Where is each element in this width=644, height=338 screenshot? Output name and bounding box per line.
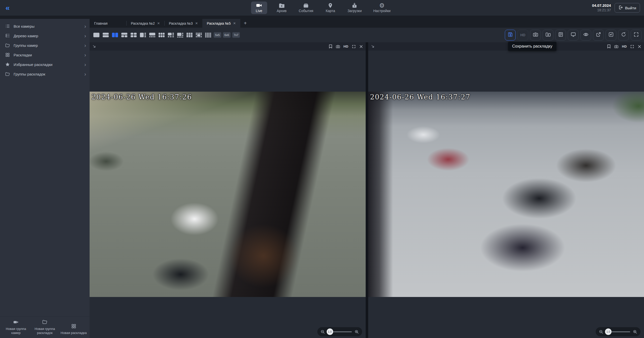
layout-4x4-button[interactable] bbox=[204, 32, 212, 38]
nav-map[interactable]: Карта bbox=[322, 2, 338, 14]
sidebar: Все камеры › Дерево камер › Группы камер… bbox=[0, 19, 90, 338]
export-icon bbox=[596, 32, 601, 38]
sidebar-item-label: Раскладки bbox=[14, 53, 81, 57]
sidebar-item-all-cameras[interactable]: Все камеры › bbox=[0, 21, 90, 31]
panel-close-icon[interactable] bbox=[637, 45, 641, 49]
tab-layout-5[interactable]: Раскладка №5 × bbox=[202, 19, 240, 28]
camera-panel-1: HD 2024-06-26 Wed 16:37:26 1.0 bbox=[90, 42, 366, 338]
sidebar-item-favorite-layouts[interactable]: Избранные раскладки › bbox=[0, 60, 90, 69]
journal-button[interactable] bbox=[555, 30, 566, 41]
collapse-sidebar-icon[interactable]: « bbox=[0, 0, 15, 15]
add-tab-button[interactable]: + bbox=[240, 19, 250, 28]
archive-icon bbox=[279, 3, 285, 8]
new-camera-group-button[interactable]: Новая группа камер bbox=[2, 320, 30, 335]
layout-2x2-button[interactable] bbox=[130, 32, 137, 38]
export-button[interactable] bbox=[593, 30, 604, 41]
tab-close-icon[interactable]: × bbox=[195, 21, 198, 25]
sidebar-footer: Новая группа камер Новая группа раскладо… bbox=[0, 316, 90, 338]
resize-diagonal-icon[interactable] bbox=[92, 44, 96, 49]
logout-label: Выйти bbox=[625, 6, 636, 10]
chevron-right-icon: › bbox=[84, 33, 86, 38]
nav-label: Архив bbox=[277, 9, 286, 13]
layout-1-button[interactable] bbox=[93, 32, 100, 38]
layout-5x5-button[interactable]: 5x5 bbox=[214, 32, 221, 38]
panel-fullscreen-icon[interactable] bbox=[352, 45, 356, 49]
layout-2-rows-button[interactable] bbox=[102, 32, 109, 38]
layout-center-big-button[interactable] bbox=[195, 32, 203, 38]
sidebar-item-layouts[interactable]: Раскладки › bbox=[0, 50, 90, 60]
screenshot-button[interactable] bbox=[530, 30, 541, 41]
tab-layout-3[interactable]: Раскладка №3 × bbox=[164, 19, 202, 28]
layout-3x2-button[interactable] bbox=[158, 32, 165, 38]
logout-button[interactable]: Выйти bbox=[615, 3, 640, 13]
hd-toggle[interactable]: HD bbox=[344, 45, 349, 48]
sidebar-item-camera-groups[interactable]: Группы камер › bbox=[0, 41, 90, 50]
panel-close-icon[interactable] bbox=[359, 45, 363, 49]
layout-2-cols-button[interactable] bbox=[111, 32, 119, 38]
collapse-view-button[interactable] bbox=[605, 30, 616, 41]
layout-big-corner-7-button[interactable] bbox=[176, 32, 184, 38]
camera-panel-body: 2024-06-26 Wed 16:37:26 1.0 bbox=[90, 51, 366, 338]
chevron-right-icon: › bbox=[84, 71, 86, 77]
refresh-button[interactable] bbox=[618, 30, 629, 41]
snapshot-icon[interactable] bbox=[614, 45, 619, 49]
video-zoom-control: 1.0 bbox=[317, 327, 362, 336]
zoom-out-icon[interactable] bbox=[599, 329, 603, 334]
snapshot-icon[interactable] bbox=[336, 45, 340, 49]
sidebar-item-label: Все камеры bbox=[14, 24, 81, 28]
tab-close-icon[interactable]: × bbox=[157, 21, 160, 25]
camera-video-courtyard[interactable]: 2024-06-26 Wed 16:37:26 bbox=[90, 92, 366, 297]
nav-events[interactable]: События bbox=[296, 2, 316, 14]
new-layout-button[interactable]: Новая раскладка bbox=[60, 323, 88, 335]
hd-quality-button[interactable]: HD bbox=[517, 30, 528, 41]
panel-fullscreen-icon[interactable] bbox=[630, 45, 634, 49]
camera-video-parking[interactable]: 2024-06-26 Wed 16:37:27 bbox=[368, 92, 644, 297]
tab-layout-2[interactable]: Раскладка №2 × bbox=[126, 19, 164, 28]
nav-live[interactable]: Live bbox=[251, 2, 267, 14]
tab-home[interactable]: Главная bbox=[90, 19, 126, 28]
nav-downloads[interactable]: Загрузки bbox=[345, 2, 364, 14]
display-button[interactable] bbox=[568, 30, 579, 41]
hd-toggle[interactable]: HD bbox=[622, 45, 627, 48]
zoom-in-icon[interactable] bbox=[633, 329, 637, 334]
zoom-slider[interactable]: 1.0 bbox=[606, 331, 630, 332]
bookmark-icon[interactable] bbox=[329, 44, 332, 49]
sidebar-item-layout-groups[interactable]: Группы раскладок › bbox=[0, 69, 90, 79]
resize-diagonal-icon[interactable] bbox=[371, 44, 375, 49]
new-layout-group-button[interactable]: Новая группа раскладок bbox=[31, 319, 59, 335]
nav-archive[interactable]: Архив bbox=[274, 2, 290, 14]
nav-settings[interactable]: ⚙ Настройки bbox=[371, 2, 393, 14]
panel-header-actions: HD bbox=[329, 44, 363, 49]
zoom-slider-handle[interactable]: 1.0 bbox=[327, 328, 333, 335]
vms-app-window: « Live Архив События bbox=[0, 0, 644, 338]
archive-view-button[interactable] bbox=[543, 30, 553, 41]
layout-6x6-button[interactable]: 6x6 bbox=[223, 32, 231, 38]
layout-1-plus-4-button[interactable] bbox=[148, 32, 156, 38]
camera-timestamp-overlay: 2024-06-26 Wed 16:37:26 bbox=[92, 93, 192, 101]
bookmark-icon[interactable] bbox=[607, 44, 611, 49]
sidebar-item-camera-tree[interactable]: Дерево камер › bbox=[0, 31, 90, 41]
zoom-out-icon[interactable] bbox=[320, 329, 325, 334]
layout-big-left-button[interactable] bbox=[139, 32, 147, 38]
layout-7x7-button[interactable]: 7x7 bbox=[232, 32, 240, 38]
camera-groups-folder-icon bbox=[5, 43, 11, 48]
sidebar-item-label: Группы камер bbox=[14, 43, 81, 48]
layout-3x3-button[interactable] bbox=[186, 32, 193, 38]
layout-1-plus-2-button[interactable] bbox=[121, 32, 128, 38]
view-button[interactable] bbox=[580, 30, 591, 41]
chevron-right-icon: › bbox=[84, 43, 86, 48]
save-icon bbox=[508, 32, 513, 38]
journal-icon bbox=[558, 32, 563, 38]
camera-panel-header: HD bbox=[368, 42, 644, 51]
fullscreen-button[interactable] bbox=[631, 30, 641, 41]
layout-big-corner-5-button[interactable] bbox=[167, 32, 175, 38]
zoom-slider-handle[interactable]: 1.0 bbox=[605, 328, 612, 335]
fullscreen-icon bbox=[633, 32, 639, 38]
archive-folder-icon bbox=[545, 32, 551, 38]
tab-close-icon[interactable]: × bbox=[233, 21, 236, 25]
settings-gear-icon: ⚙ bbox=[379, 3, 385, 8]
zoom-in-icon[interactable] bbox=[354, 329, 359, 334]
tab-label: Раскладка №5 bbox=[207, 21, 231, 25]
save-layout-button[interactable]: Сохранить раскладку bbox=[505, 30, 516, 41]
zoom-slider[interactable]: 1.0 bbox=[328, 331, 352, 332]
